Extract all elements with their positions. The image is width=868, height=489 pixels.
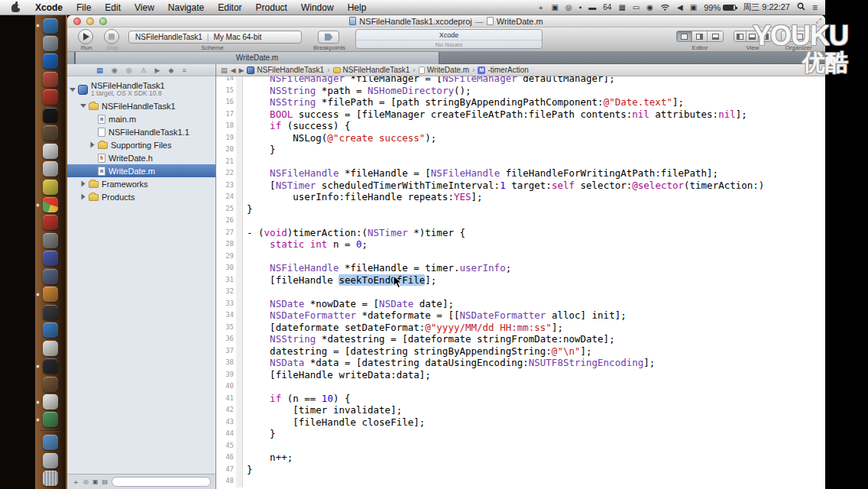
square-icon[interactable]: ▣ xyxy=(690,0,697,15)
keyboard-icon[interactable]: ▦ xyxy=(618,0,625,15)
dock-item-chart-app[interactable] xyxy=(35,394,66,410)
tree-row-supporting-files[interactable]: Supporting Files xyxy=(67,138,215,151)
disclosure-triangle[interactable] xyxy=(91,142,95,148)
stop-button[interactable] xyxy=(104,29,119,44)
tree-row-writedate-h[interactable]: hWriteDate.h xyxy=(67,151,215,164)
disclosure-triangle[interactable] xyxy=(82,194,86,200)
play-icon[interactable]: ◀ xyxy=(677,0,683,15)
sync-icon[interactable]: ◎ xyxy=(565,0,572,15)
forward-button[interactable]: ▶ xyxy=(238,66,244,74)
dock-item-document-app[interactable] xyxy=(35,340,66,356)
dock-item-terminal-green[interactable] xyxy=(35,412,66,428)
navigator-toggle-button[interactable] xyxy=(734,31,747,41)
dock-item-finder[interactable] xyxy=(35,18,66,34)
breakpoints-button[interactable] xyxy=(318,31,339,44)
run-button[interactable] xyxy=(78,29,93,44)
dock-item-itunes[interactable] xyxy=(35,53,66,70)
navigator-tab-search[interactable]: ◎ xyxy=(126,66,132,74)
camera-filter-icon[interactable]: ▤ xyxy=(102,478,108,485)
menu-item-edit[interactable]: Edit xyxy=(98,0,128,15)
plus-icon[interactable]: ＋ xyxy=(537,0,545,15)
dock-item-photo-booth[interactable] xyxy=(35,125,66,141)
tree-row-main-m[interactable]: mmain.m xyxy=(67,112,215,125)
tree-row-project[interactable]: NSFileHandleTask11 target, OS X SDK 10.8 xyxy=(67,79,215,99)
menu-item-navigate[interactable]: Navigate xyxy=(161,0,211,15)
close-button[interactable] xyxy=(73,18,81,25)
dock-item-orange-app[interactable] xyxy=(35,287,66,303)
menu-item-xcode[interactable]: Xcode xyxy=(28,0,70,15)
filter-field[interactable] xyxy=(112,477,211,487)
menu-item-window[interactable]: Window xyxy=(294,0,341,15)
dock-item-photo-tool[interactable] xyxy=(35,376,66,392)
crumb-proj[interactable]: NSFileHandleTask1 xyxy=(247,66,324,74)
navigator-tab-breakpoints[interactable]: ◆ xyxy=(169,66,174,74)
menu-item-help[interactable]: Help xyxy=(341,0,374,15)
back-button[interactable]: ◀ xyxy=(231,66,236,74)
dock-item-downloads-folder[interactable] xyxy=(35,435,66,451)
fullscreen-icon[interactable]: ⤢ xyxy=(816,17,821,25)
menu-item-file[interactable]: File xyxy=(70,0,98,15)
disclosure-triangle[interactable] xyxy=(70,88,76,92)
wifi-icon[interactable] xyxy=(660,2,670,13)
clock-filter-icon[interactable]: ◎ xyxy=(83,478,89,485)
tab-writedate[interactable]: WriteDate.m xyxy=(75,52,439,64)
disclosure-triangle[interactable] xyxy=(82,181,86,187)
add-button[interactable]: ＋ xyxy=(72,477,79,487)
tree-row-products[interactable]: Products xyxy=(67,190,215,203)
dock-item-calendar[interactable] xyxy=(35,143,66,159)
pill-icon[interactable]: ▬ xyxy=(588,0,596,15)
tree-row-nsfilehandletask1[interactable]: NSFileHandleTask1 xyxy=(67,99,215,112)
utilities-toggle-button[interactable] xyxy=(759,31,771,41)
menu-item-editor[interactable]: Editor xyxy=(211,0,248,15)
dock-item-stickies[interactable] xyxy=(35,179,66,195)
debug-area-toggle-button[interactable] xyxy=(747,31,759,41)
scm-filter-icon[interactable]: ▣ xyxy=(92,478,99,485)
camera-icon[interactable]: ▣ xyxy=(552,0,559,15)
battery-indicator[interactable]: 99% xyxy=(704,3,736,12)
display-icon[interactable]: ▭ xyxy=(633,0,640,15)
menu-clock[interactable]: 周三 9:22:27 xyxy=(743,2,790,13)
dock-item-planet-app[interactable] xyxy=(35,251,66,267)
dock-item-binoculars-app[interactable] xyxy=(35,35,66,51)
menu-item-view[interactable]: View xyxy=(128,0,161,15)
navigator-tab-project[interactable]: ▤ xyxy=(96,66,103,74)
minimize-button[interactable] xyxy=(86,18,94,25)
dock-item-red-app[interactable] xyxy=(35,89,66,105)
crumb-folder[interactable]: NSFileHandleTask1 xyxy=(333,66,410,74)
dock-item-desktop-app[interactable] xyxy=(35,268,66,284)
standard-editor-button[interactable] xyxy=(677,31,692,41)
apple-menu-icon[interactable] xyxy=(11,2,21,12)
crumb-doc[interactable]: WriteDate.m xyxy=(419,66,469,74)
dock-item-laptop-app[interactable] xyxy=(35,358,66,374)
dock-item-trash[interactable] xyxy=(35,471,66,487)
dock-item-safari[interactable] xyxy=(35,322,66,338)
temperature-widget[interactable]: 64 xyxy=(603,0,611,15)
dock-item-mail[interactable] xyxy=(35,71,66,87)
navigator-tab-log[interactable]: ≡ xyxy=(182,66,186,74)
bluetooth-icon[interactable]: ◉ xyxy=(646,0,653,15)
code-area[interactable]: 14 NSFileManager *fileManager = [NSFileM… xyxy=(216,76,825,489)
menu-item-product[interactable]: Product xyxy=(249,0,294,15)
crumb-method[interactable]: M-timerAction xyxy=(478,66,528,74)
disclosure-triangle[interactable] xyxy=(80,104,86,108)
related-items-icon[interactable]: ▤ xyxy=(221,66,228,74)
navigator-tab-debug[interactable]: ▶ xyxy=(155,66,160,74)
version-editor-button[interactable] xyxy=(708,31,723,41)
assistant-editor-button[interactable] xyxy=(692,31,708,41)
tree-row-frameworks[interactable]: Frameworks xyxy=(67,177,215,190)
dock-item-chrome[interactable] xyxy=(35,197,66,213)
navigator-tab-issues[interactable]: ⚠ xyxy=(141,66,147,74)
dock-item-red-app-2[interactable] xyxy=(35,215,66,231)
notification-center-icon[interactable]: ≡ xyxy=(812,0,818,15)
dock-item-dvd-player[interactable] xyxy=(35,107,66,123)
spotlight-icon[interactable] xyxy=(797,2,805,13)
dock-item-dark-utility[interactable] xyxy=(35,304,66,320)
tree-row-nsfilehandletask1-1[interactable]: NSFileHandleTask1.1 xyxy=(67,125,215,138)
organizer-button[interactable] xyxy=(782,31,817,41)
window-titlebar[interactable]: NSFileHandleTask1.xcodeproj — WriteDate.… xyxy=(67,15,825,28)
tree-row-writedate-m[interactable]: mWriteDate.m xyxy=(67,164,215,177)
dock-item-textedit[interactable] xyxy=(35,161,66,177)
scheme-selector[interactable]: NSFileHandleTask1 | My Mac 64-bit xyxy=(128,31,302,44)
dock-item-chess[interactable] xyxy=(35,232,66,248)
dock-item-documents-stack[interactable] xyxy=(35,452,66,468)
